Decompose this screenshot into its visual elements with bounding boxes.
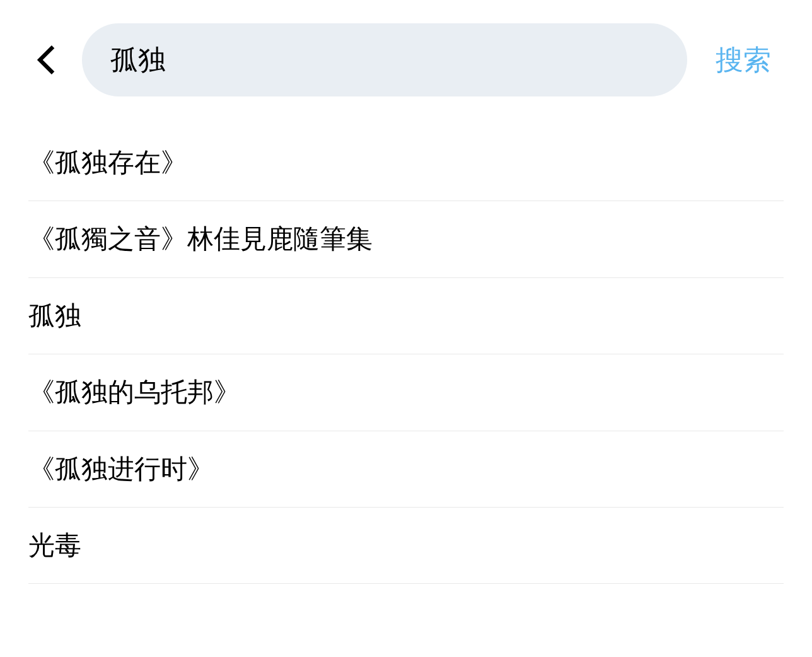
search-header: 搜索 bbox=[0, 0, 812, 96]
back-button[interactable] bbox=[28, 43, 63, 78]
search-input[interactable] bbox=[110, 44, 659, 76]
search-box[interactable] bbox=[82, 23, 687, 96]
chevron-left-icon bbox=[35, 44, 57, 76]
search-result-item[interactable]: 光毒 bbox=[28, 508, 784, 584]
search-result-item[interactable]: 孤独 bbox=[28, 278, 784, 354]
search-submit-button[interactable]: 搜索 bbox=[706, 42, 784, 79]
search-results-list: 《孤独存在》 《孤獨之音》林佳見鹿隨筆集 孤独 《孤独的乌托邦》 《孤独进行时》… bbox=[0, 147, 812, 584]
search-result-item[interactable]: 《孤独进行时》 bbox=[28, 431, 784, 508]
search-result-item[interactable]: 《孤独的乌托邦》 bbox=[28, 354, 784, 431]
search-result-item[interactable]: 《孤独存在》 bbox=[28, 147, 784, 201]
search-result-item[interactable]: 《孤獨之音》林佳見鹿隨筆集 bbox=[28, 201, 784, 277]
